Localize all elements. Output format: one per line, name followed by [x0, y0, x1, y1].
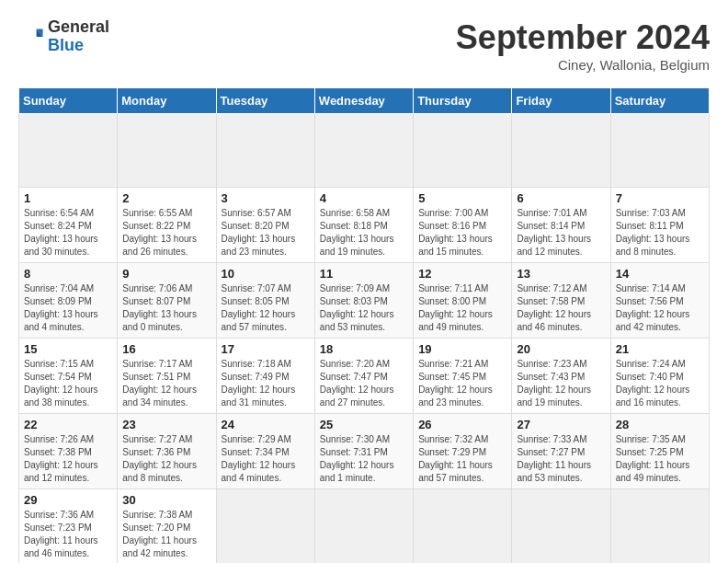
table-row: 24 Sunrise: 7:29 AMSunset: 7:34 PMDaylig…: [216, 414, 314, 489]
day-detail: Sunrise: 7:20 AMSunset: 7:47 PMDaylight:…: [320, 359, 394, 408]
day-detail: Sunrise: 7:23 AMSunset: 7:43 PMDaylight:…: [517, 359, 591, 408]
day-number: 22: [24, 418, 112, 431]
day-detail: Sunrise: 7:32 AMSunset: 7:29 PMDaylight:…: [418, 434, 493, 483]
table-row: 13 Sunrise: 7:12 AMSunset: 7:58 PMDaylig…: [512, 263, 610, 339]
day-number: 19: [418, 342, 506, 356]
calendar-table: Sunday Monday Tuesday Wednesday Thursday…: [18, 87, 710, 563]
day-detail: Sunrise: 7:09 AMSunset: 8:03 PMDaylight:…: [320, 283, 394, 332]
table-row: 29 Sunrise: 7:36 AMSunset: 7:23 PMDaylig…: [19, 489, 118, 564]
day-number: 30: [122, 493, 210, 507]
table-row: [414, 489, 512, 564]
table-row: 27 Sunrise: 7:33 AMSunset: 7:27 PMDaylig…: [512, 414, 610, 489]
day-number: 5: [418, 191, 506, 205]
table-row: 10 Sunrise: 7:07 AMSunset: 8:05 PMDaylig…: [216, 263, 314, 339]
table-row: 6 Sunrise: 7:01 AMSunset: 8:14 PMDayligh…: [512, 188, 610, 263]
day-number: 12: [418, 267, 506, 281]
table-row: [19, 114, 118, 188]
table-row: 1 Sunrise: 6:54 AMSunset: 8:24 PMDayligh…: [19, 188, 118, 263]
day-number: 26: [418, 418, 506, 431]
table-row: 11 Sunrise: 7:09 AMSunset: 8:03 PMDaylig…: [314, 263, 413, 339]
day-number: 29: [24, 493, 112, 507]
day-number: 28: [616, 418, 704, 431]
day-detail: Sunrise: 7:24 AMSunset: 7:40 PMDaylight:…: [616, 359, 690, 408]
table-row: 22 Sunrise: 7:26 AMSunset: 7:38 PMDaylig…: [19, 414, 118, 489]
day-number: 6: [517, 191, 605, 205]
day-number: 17: [222, 342, 310, 356]
table-row: 26 Sunrise: 7:32 AMSunset: 7:29 PMDaylig…: [414, 414, 512, 489]
day-detail: Sunrise: 7:14 AMSunset: 7:56 PMDaylight:…: [616, 283, 690, 332]
day-detail: Sunrise: 7:06 AMSunset: 8:07 PMDaylight:…: [122, 283, 197, 332]
title-area: September 2024 Ciney, Wallonia, Belgium: [456, 18, 710, 73]
day-number: 23: [122, 418, 210, 431]
day-detail: Sunrise: 7:01 AMSunset: 8:14 PMDaylight:…: [517, 208, 591, 257]
day-detail: Sunrise: 7:27 AMSunset: 7:36 PMDaylight:…: [122, 434, 197, 483]
day-number: 21: [616, 342, 704, 356]
day-number: 27: [517, 418, 605, 431]
calendar-week-row: [19, 114, 710, 188]
table-row: [314, 489, 413, 564]
table-row: [414, 114, 512, 188]
day-detail: Sunrise: 7:00 AMSunset: 8:16 PMDaylight:…: [418, 208, 493, 257]
logo-blue: Blue: [48, 36, 84, 54]
calendar-week-row: 1 Sunrise: 6:54 AMSunset: 8:24 PMDayligh…: [19, 188, 710, 263]
table-row: 4 Sunrise: 6:58 AMSunset: 8:18 PMDayligh…: [314, 188, 413, 263]
table-row: [512, 114, 610, 188]
table-row: 17 Sunrise: 7:18 AMSunset: 7:49 PMDaylig…: [216, 339, 314, 414]
day-number: 2: [122, 191, 210, 205]
day-detail: Sunrise: 7:35 AMSunset: 7:25 PMDaylight:…: [616, 434, 690, 483]
day-number: 7: [616, 191, 704, 205]
day-detail: Sunrise: 7:11 AMSunset: 8:00 PMDaylight:…: [418, 283, 493, 332]
day-number: 3: [222, 191, 310, 205]
calendar-week-row: 15 Sunrise: 7:15 AMSunset: 7:54 PMDaylig…: [19, 339, 710, 414]
day-detail: Sunrise: 7:21 AMSunset: 7:45 PMDaylight:…: [418, 359, 493, 408]
calendar-week-row: 8 Sunrise: 7:04 AMSunset: 8:09 PMDayligh…: [19, 263, 710, 339]
month-title: September 2024: [456, 18, 710, 57]
col-tuesday: Tuesday: [216, 88, 314, 114]
table-row: 2 Sunrise: 6:55 AMSunset: 8:22 PMDayligh…: [118, 188, 216, 263]
day-detail: Sunrise: 7:15 AMSunset: 7:54 PMDaylight:…: [24, 359, 98, 408]
table-row: [216, 489, 314, 564]
table-row: [314, 114, 413, 188]
table-row: 5 Sunrise: 7:00 AMSunset: 8:16 PMDayligh…: [414, 188, 512, 263]
col-wednesday: Wednesday: [314, 88, 413, 114]
day-detail: Sunrise: 7:26 AMSunset: 7:38 PMDaylight:…: [24, 434, 98, 483]
table-row: 25 Sunrise: 7:30 AMSunset: 7:31 PMDaylig…: [314, 414, 413, 489]
col-thursday: Thursday: [414, 88, 512, 114]
day-number: 4: [320, 191, 408, 205]
table-row: [610, 114, 709, 188]
day-detail: Sunrise: 7:38 AMSunset: 7:20 PMDaylight:…: [122, 510, 197, 558]
day-number: 18: [320, 342, 408, 356]
day-detail: Sunrise: 7:30 AMSunset: 7:31 PMDaylight:…: [320, 434, 394, 483]
day-number: 16: [122, 342, 210, 356]
logo-general: General: [48, 17, 109, 36]
table-row: 8 Sunrise: 7:04 AMSunset: 8:09 PMDayligh…: [19, 263, 118, 339]
table-row: 18 Sunrise: 7:20 AMSunset: 7:47 PMDaylig…: [314, 339, 413, 414]
day-number: 1: [24, 191, 112, 205]
table-row: [610, 489, 709, 564]
table-row: 20 Sunrise: 7:23 AMSunset: 7:43 PMDaylig…: [512, 339, 610, 414]
day-detail: Sunrise: 7:03 AMSunset: 8:11 PMDaylight:…: [616, 208, 690, 257]
logo: General Blue: [18, 18, 109, 55]
day-number: 8: [24, 267, 112, 281]
day-number: 10: [222, 267, 310, 281]
day-detail: Sunrise: 7:33 AMSunset: 7:27 PMDaylight:…: [517, 434, 591, 483]
day-detail: Sunrise: 6:55 AMSunset: 8:22 PMDaylight:…: [122, 208, 197, 257]
logo-icon: [18, 24, 44, 50]
table-row: 16 Sunrise: 7:17 AMSunset: 7:51 PMDaylig…: [118, 339, 216, 414]
day-detail: Sunrise: 7:18 AMSunset: 7:49 PMDaylight:…: [222, 359, 296, 408]
day-detail: Sunrise: 7:36 AMSunset: 7:23 PMDaylight:…: [24, 510, 98, 558]
col-friday: Friday: [512, 88, 610, 114]
table-row: 28 Sunrise: 7:35 AMSunset: 7:25 PMDaylig…: [610, 414, 709, 489]
day-number: 14: [616, 267, 704, 281]
day-detail: Sunrise: 7:29 AMSunset: 7:34 PMDaylight:…: [222, 434, 296, 483]
logo-text: General Blue: [48, 18, 109, 55]
day-detail: Sunrise: 7:12 AMSunset: 7:58 PMDaylight:…: [517, 283, 591, 332]
table-row: 21 Sunrise: 7:24 AMSunset: 7:40 PMDaylig…: [610, 339, 709, 414]
day-detail: Sunrise: 6:58 AMSunset: 8:18 PMDaylight:…: [320, 208, 394, 257]
page-header: General Blue September 2024 Ciney, Wallo…: [18, 18, 710, 73]
day-number: 20: [517, 342, 605, 356]
table-row: [512, 489, 610, 564]
calendar-header-row: Sunday Monday Tuesday Wednesday Thursday…: [19, 88, 710, 114]
col-sunday: Sunday: [19, 88, 118, 114]
table-row: 12 Sunrise: 7:11 AMSunset: 8:00 PMDaylig…: [414, 263, 512, 339]
